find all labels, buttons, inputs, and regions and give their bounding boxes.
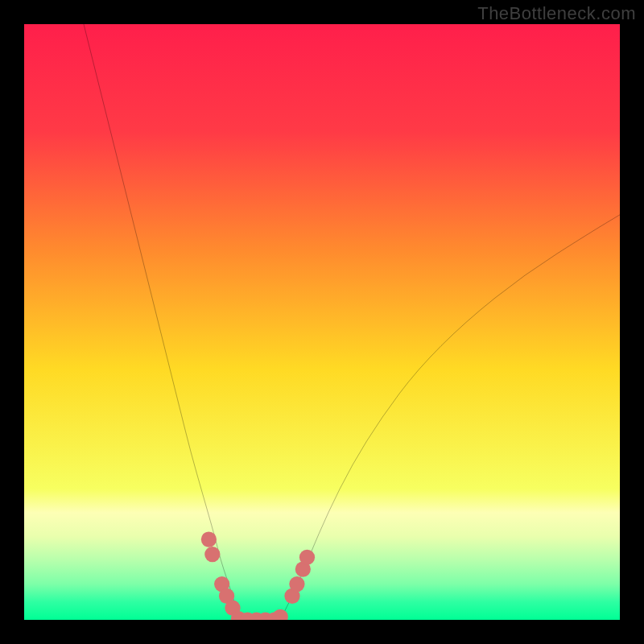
data-marker	[201, 531, 217, 547]
series-left-curve	[84, 24, 238, 620]
chart-frame: TheBottleneck.com	[0, 0, 644, 644]
data-marker	[273, 609, 288, 620]
series-right-curve	[280, 215, 620, 620]
data-marker	[289, 576, 304, 592]
watermark-text: TheBottleneck.com	[477, 3, 636, 24]
data-marker	[204, 547, 220, 562]
data-marker	[299, 550, 315, 565]
curve-overlay	[24, 24, 620, 620]
plot-area	[24, 24, 620, 620]
